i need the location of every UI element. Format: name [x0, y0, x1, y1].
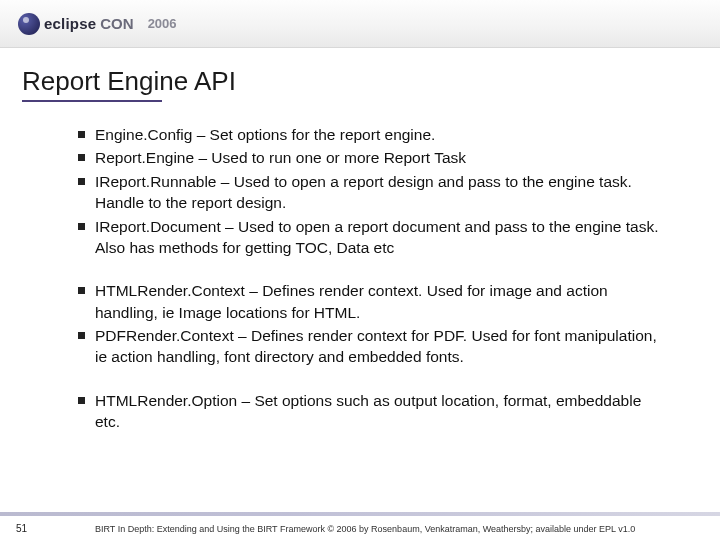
brand-text-part1: eclipse — [44, 15, 96, 32]
bullet-icon — [78, 223, 85, 230]
bullet-text: IReport.Document – Used to open a report… — [95, 216, 666, 259]
bullet-group: HTMLRender.Option – Set options such as … — [78, 390, 666, 433]
bullet-text: HTMLRender.Context – Defines render cont… — [95, 280, 666, 323]
slide-body: Engine.Config – Set options for the repo… — [0, 102, 720, 433]
footer: 51 BIRT In Depth: Extending and Using th… — [0, 512, 720, 540]
list-item: HTMLRender.Option – Set options such as … — [78, 390, 666, 433]
bullet-text: Engine.Config – Set options for the repo… — [95, 124, 666, 145]
bullet-icon — [78, 178, 85, 185]
eclipse-orb-icon — [18, 13, 40, 35]
brand-year: 2006 — [148, 16, 177, 31]
list-item: IReport.Document – Used to open a report… — [78, 216, 666, 259]
list-item: Engine.Config – Set options for the repo… — [78, 124, 666, 145]
header-band: eclipse CON 2006 — [0, 0, 720, 48]
list-item: IReport.Runnable – Used to open a report… — [78, 171, 666, 214]
bullet-group: HTMLRender.Context – Defines render cont… — [78, 280, 666, 368]
brand-logo: eclipse CON 2006 — [18, 13, 177, 35]
bullet-text: Report.Engine – Used to run one or more … — [95, 147, 666, 168]
list-item: PDFRender.Context – Defines render conte… — [78, 325, 666, 368]
footer-text: BIRT In Depth: Extending and Using the B… — [95, 524, 708, 534]
bullet-icon — [78, 154, 85, 161]
slide: eclipse CON 2006 Report Engine API Engin… — [0, 0, 720, 540]
list-item: Report.Engine – Used to run one or more … — [78, 147, 666, 168]
brand-text-part2: CON — [100, 15, 133, 32]
bullet-icon — [78, 131, 85, 138]
bullet-text: HTMLRender.Option – Set options such as … — [95, 390, 666, 433]
bullet-group: Engine.Config – Set options for the repo… — [78, 124, 666, 258]
bullet-text: IReport.Runnable – Used to open a report… — [95, 171, 666, 214]
page-number: 51 — [16, 523, 27, 534]
bullet-icon — [78, 287, 85, 294]
bullet-icon — [78, 397, 85, 404]
bullet-icon — [78, 332, 85, 339]
bullet-text: PDFRender.Context – Defines render conte… — [95, 325, 666, 368]
list-item: HTMLRender.Context – Defines render cont… — [78, 280, 666, 323]
slide-title: Report Engine API — [0, 48, 720, 97]
